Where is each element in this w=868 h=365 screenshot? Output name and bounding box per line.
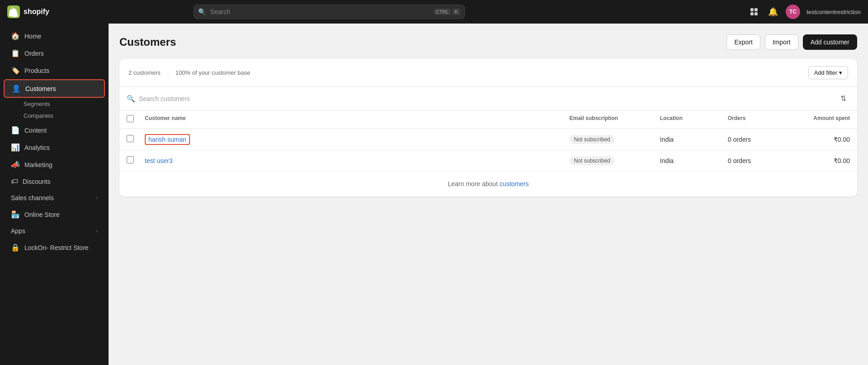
th-amount-spent: Amount spent — [782, 115, 850, 124]
sidebar-item-analytics-label: Analytics — [24, 144, 50, 151]
global-search[interactable]: 🔍 CTRL K — [194, 5, 465, 19]
import-button[interactable]: Import — [765, 34, 798, 50]
shopify-text: shopify — [24, 8, 49, 16]
sidebar-apps-section[interactable]: Apps › — [4, 223, 105, 239]
table-row: test user3 Not subscribed India 0 orders… — [119, 151, 857, 171]
sort-button[interactable]: ⇅ — [837, 92, 850, 105]
sidebar-item-home-label: Home — [24, 33, 41, 40]
search-icon-bar: 🔍 — [127, 95, 135, 103]
row2-select-checkbox[interactable] — [127, 156, 134, 163]
top-navigation: shopify 🔍 CTRL K 🔔 TC testcontentrestric… — [0, 0, 868, 24]
username: testcontentrestriction — [806, 9, 861, 15]
svg-rect-4 — [754, 12, 758, 15]
sidebar-item-products-label: Products — [24, 67, 49, 74]
row2-location: India — [660, 157, 728, 164]
th-email-subscription: Email subscription — [569, 115, 660, 124]
customer-count: 2 customers — [128, 69, 161, 76]
th-orders: Orders — [728, 115, 782, 124]
sidebar-item-online-store[interactable]: 🏪 Online Store — [4, 206, 105, 223]
customers-icon: 👤 — [12, 84, 21, 93]
sidebar-item-products[interactable]: 🏷️ Products — [4, 62, 105, 79]
sidebar-item-online-store-label: Online Store — [24, 211, 60, 218]
row2-customer-name-cell: test user3 — [145, 157, 569, 165]
products-icon: 🏷️ — [11, 66, 20, 75]
row1-orders: 0 orders — [728, 136, 782, 143]
row1-select-checkbox[interactable] — [127, 135, 134, 142]
bell-icon[interactable]: 🔔 — [767, 5, 779, 18]
sidebar-item-discounts-label: Discounts — [23, 178, 50, 185]
th-customer-name: Customer name — [145, 115, 569, 124]
row2-amount-spent: ₹0.00 — [782, 157, 850, 164]
add-filter-label: Add filter — [814, 69, 837, 76]
row1-amount-spent: ₹0.00 — [782, 136, 850, 143]
card-stats: 2 customers 100% of your customer base A… — [119, 59, 857, 87]
learn-more-link[interactable]: customers — [499, 180, 529, 187]
page-title: Customers — [119, 36, 176, 48]
page-header: Customers Export Import Add customer — [119, 34, 857, 50]
content-icon: 📄 — [11, 126, 20, 134]
customers-card: 2 customers 100% of your customer base A… — [119, 59, 857, 197]
analytics-icon: 📊 — [11, 143, 20, 152]
add-customer-button[interactable]: Add customer — [803, 34, 857, 50]
customer-search-input[interactable] — [139, 95, 833, 102]
app-layout: 🏠 Home 📋 Orders 🏷️ Products 👤 Customers … — [0, 24, 868, 365]
marketing-icon: 📣 — [11, 160, 20, 169]
main-content: Customers Export Import Add customer 2 c… — [109, 24, 868, 365]
sidebar-item-analytics[interactable]: 📊 Analytics — [4, 139, 105, 156]
row1-checkbox[interactable] — [127, 135, 145, 144]
th-checkbox — [127, 115, 145, 124]
row1-email-subscription: Not subscribed — [569, 135, 660, 144]
sidebar-item-segments[interactable]: Segments — [4, 98, 105, 110]
svg-rect-3 — [750, 12, 754, 15]
k-key: K — [452, 9, 460, 15]
shopify-bag-icon — [7, 5, 20, 18]
shopify-logo[interactable]: shopify — [7, 5, 49, 18]
export-button[interactable]: Export — [726, 34, 760, 50]
sidebar-item-lockon[interactable]: 🔒 LockOn- Restrict Store — [4, 239, 105, 256]
search-shortcut: CTRL K — [434, 9, 460, 15]
sidebar-sales-channels[interactable]: Sales channels › — [4, 190, 105, 206]
sidebar-item-orders[interactable]: 📋 Orders — [4, 45, 105, 62]
row2-orders: 0 orders — [728, 157, 782, 164]
row2-checkbox[interactable] — [127, 156, 145, 165]
row1-customer-name[interactable]: harish suman — [145, 134, 190, 145]
home-icon: 🏠 — [11, 32, 20, 40]
chevron-right-icon: › — [96, 195, 98, 201]
topnav-actions: 🔔 TC testcontentrestriction — [748, 5, 861, 19]
sidebar-item-discounts[interactable]: 🏷 Discounts — [4, 173, 105, 190]
sidebar-item-companies[interactable]: Companies — [4, 110, 105, 121]
ctrl-key: CTRL — [434, 9, 451, 15]
chevron-right-icon-apps: › — [96, 228, 98, 234]
row1-location: India — [660, 136, 728, 143]
apps-label: Apps — [11, 227, 25, 235]
store-switcher-icon[interactable] — [748, 5, 760, 18]
search-icon: 🔍 — [198, 8, 206, 15]
sidebar-item-marketing[interactable]: 📣 Marketing — [4, 156, 105, 173]
sidebar-item-customers[interactable]: 👤 Customers — [4, 79, 105, 98]
search-input[interactable] — [194, 5, 465, 19]
svg-rect-2 — [754, 8, 758, 11]
sidebar-item-home[interactable]: 🏠 Home — [4, 28, 105, 44]
row1-subscription-badge: Not subscribed — [569, 135, 615, 144]
table-row: harish suman Not subscribed India 0 orde… — [119, 129, 857, 151]
stat-divider — [168, 69, 168, 77]
sidebar-item-orders-label: Orders — [24, 50, 44, 57]
customer-base-pct: 100% of your customer base — [175, 69, 250, 76]
sidebar-item-content[interactable]: 📄 Content — [4, 122, 105, 139]
header-actions: Export Import Add customer — [726, 34, 857, 50]
learn-more-text: Learn more about — [448, 180, 499, 187]
th-location: Location — [660, 115, 728, 124]
row2-subscription-badge: Not subscribed — [569, 156, 615, 165]
sidebar-item-lockon-label: LockOn- Restrict Store — [24, 244, 89, 251]
customer-search-bar: 🔍 ⇅ — [119, 87, 857, 110]
sidebar-item-marketing-label: Marketing — [24, 161, 52, 168]
add-filter-button[interactable]: Add filter ▾ — [808, 66, 848, 79]
online-store-icon: 🏪 — [11, 210, 20, 219]
sales-channels-label: Sales channels — [11, 194, 54, 202]
chevron-down-icon: ▾ — [839, 69, 842, 76]
sidebar-item-content-label: Content — [24, 127, 47, 134]
select-all-checkbox[interactable] — [127, 115, 134, 122]
lockon-icon: 🔒 — [11, 243, 20, 252]
avatar[interactable]: TC — [786, 5, 800, 19]
row2-customer-name[interactable]: test user3 — [145, 157, 172, 164]
